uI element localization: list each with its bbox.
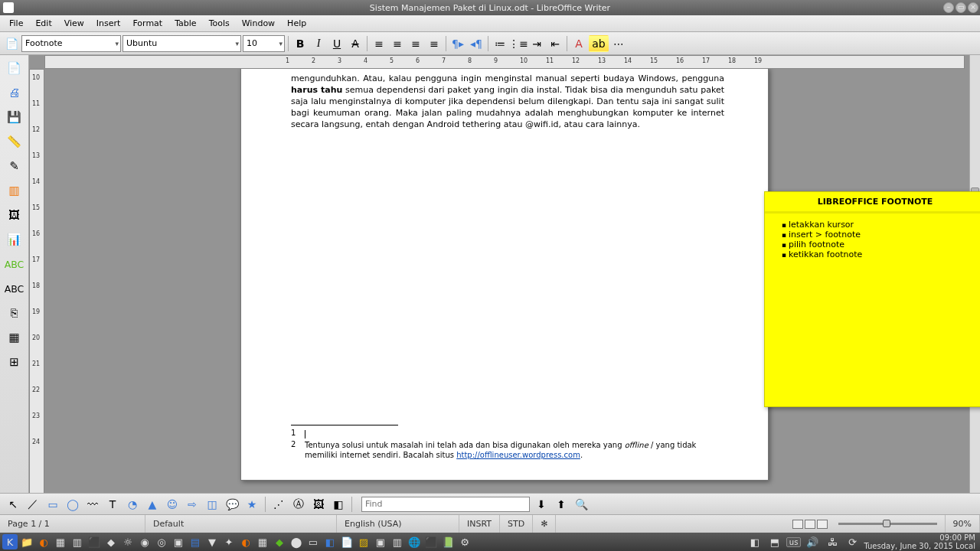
spellcheck-icon[interactable]: ABC	[5, 254, 24, 274]
status-insert[interactable]: INSRT	[459, 515, 500, 533]
task-app-icon[interactable]: 📄	[339, 534, 354, 549]
task-app-icon[interactable]: ✦	[221, 534, 237, 549]
callout-icon[interactable]: ◔	[124, 496, 141, 513]
task-desktop-icon[interactable]: ▦	[53, 534, 68, 549]
align-justify-button[interactable]: ≡	[426, 35, 443, 52]
status-style[interactable]: Default	[145, 515, 337, 533]
task-app-icon[interactable]: ▥	[390, 534, 405, 549]
more-options-button[interactable]: ⋯	[610, 35, 627, 52]
symbol-shapes-icon[interactable]: ☺	[164, 496, 181, 513]
task-app-icon[interactable]: ☼	[120, 534, 136, 549]
decrease-indent-button[interactable]: ⇤	[547, 35, 564, 52]
find-next-icon[interactable]: ⬆	[553, 496, 570, 513]
task-app-icon[interactable]: ◉	[137, 534, 152, 549]
task-pager-icon[interactable]: ▥	[70, 534, 85, 549]
start-button[interactable]: K	[2, 534, 18, 549]
menu-insert[interactable]: Insert	[90, 17, 127, 30]
sticky-note[interactable]: LIBREOFFICE FOOTNOTE letakkan kursor ins…	[764, 191, 980, 407]
align-center-button[interactable]: ≡	[389, 35, 406, 52]
window-maximize-button[interactable]: ▭	[956, 2, 966, 13]
system-clock[interactable]: 09:00 PM Tuesday, June 30, 2015 Local	[864, 533, 978, 550]
menu-table[interactable]: Table	[168, 17, 202, 30]
font-size-dropdown[interactable]: 10	[243, 35, 285, 52]
task-app-icon[interactable]: ◆	[103, 534, 119, 549]
task-terminal-icon[interactable]: ▣	[171, 534, 186, 549]
task-app-icon[interactable]: 📗	[440, 534, 456, 549]
footnote-area[interactable]: 1 2 Tentunya solusi untuk masalah ini te…	[291, 425, 724, 461]
task-filemanager-icon[interactable]: 📁	[19, 534, 34, 549]
flowchart-icon[interactable]: ◫	[204, 496, 220, 513]
task-app-icon[interactable]: ⚙	[457, 534, 472, 549]
task-app-icon[interactable]: ⬤	[289, 534, 304, 549]
numbered-list-button[interactable]: ≔	[492, 35, 508, 52]
menu-help[interactable]: Help	[281, 17, 312, 30]
find-prev-icon[interactable]: ⬇	[533, 496, 550, 513]
autospell-icon[interactable]: ABC	[5, 279, 24, 298]
rect-icon[interactable]: ▭	[44, 496, 61, 513]
menu-window[interactable]: Window	[236, 17, 281, 30]
footnote-text-2[interactable]: Tentunya solusi untuk masalah ini telah …	[305, 440, 724, 460]
window-close-button[interactable]: ×	[968, 2, 978, 13]
callouts-icon[interactable]: 💬	[224, 496, 240, 513]
gallery-icon[interactable]: 🖼	[5, 205, 24, 225]
task-app-icon[interactable]: ◧	[322, 534, 338, 549]
document-page[interactable]: mengunduhkan. Atau, kalau pengguna ingin…	[240, 69, 769, 481]
find-all-icon[interactable]: 🔍	[573, 496, 590, 513]
italic-button[interactable]: I	[310, 35, 327, 52]
font-name-dropdown[interactable]: Ubuntu	[122, 35, 241, 52]
task-app-icon[interactable]: ⬛	[423, 534, 439, 549]
underline-button[interactable]: U	[328, 35, 345, 52]
ellipse-icon[interactable]: ◯	[64, 496, 81, 513]
network-icon[interactable]: 🖧	[825, 534, 840, 549]
find-input[interactable]	[361, 497, 530, 512]
footnote-link[interactable]: http://offlineuser.wordpress.com	[456, 451, 580, 459]
basic-shapes-icon[interactable]: ▲	[144, 496, 161, 513]
freeform-icon[interactable]: 〰	[84, 496, 101, 513]
save-icon[interactable]: 💾	[5, 107, 24, 127]
snap-icon[interactable]: ⊞	[5, 352, 24, 372]
task-firefox-icon[interactable]: ◐	[36, 534, 51, 549]
menu-tools[interactable]: Tools	[203, 17, 236, 30]
paragraph-style-dropdown[interactable]: Footnote	[21, 35, 121, 52]
nav-icon[interactable]: ▥	[5, 181, 24, 201]
body-text[interactable]: mengunduhkan. Atau, kalau pengguna ingin…	[291, 73, 724, 130]
ltr-button[interactable]: ¶▸	[449, 35, 466, 52]
zoom-slider[interactable]	[831, 515, 946, 533]
task-app-icon[interactable]: ◐	[238, 534, 253, 549]
fontwork-icon[interactable]: Ⓐ	[290, 496, 307, 513]
task-sticky-icon[interactable]: ▨	[356, 534, 371, 549]
stars-icon[interactable]: ★	[243, 496, 260, 513]
status-language[interactable]: English (USA)	[337, 515, 459, 533]
grid-icon[interactable]: ▦	[5, 328, 24, 347]
menu-format[interactable]: Format	[126, 17, 168, 30]
task-app-icon[interactable]: ▤	[188, 534, 203, 549]
volume-icon[interactable]: 🔊	[805, 534, 820, 549]
zoom-value[interactable]: 90%	[946, 515, 980, 533]
line-icon[interactable]: ／	[24, 496, 41, 513]
task-app-icon[interactable]: ◆	[272, 534, 287, 549]
status-modified-icon[interactable]: ✻	[533, 515, 556, 533]
menu-edit[interactable]: Edit	[29, 17, 57, 30]
new-doc-icon[interactable]: 📄	[5, 58, 24, 78]
edit-icon[interactable]: ✎	[5, 156, 24, 176]
window-minimize-button[interactable]: –	[943, 2, 954, 13]
textbox-icon[interactable]: T	[104, 496, 121, 513]
menu-view[interactable]: View	[58, 17, 90, 30]
tray-icon[interactable]: ◧	[747, 534, 763, 549]
styles-button[interactable]: 📄	[3, 35, 20, 52]
task-app-icon[interactable]: ▼	[204, 534, 220, 549]
from-file-icon[interactable]: 🖼	[310, 496, 327, 513]
print-icon[interactable]: 🖨	[5, 83, 24, 103]
bullet-list-button[interactable]: ⋮≡	[510, 35, 527, 52]
align-left-button[interactable]: ≡	[371, 35, 387, 52]
tray-icon[interactable]: ⬒	[767, 534, 782, 549]
task-app-icon[interactable]: ▦	[255, 534, 270, 549]
vertical-ruler[interactable]: 101112131415161718192021222324	[29, 69, 44, 496]
tray-icon[interactable]: ⟳	[844, 534, 860, 549]
status-page[interactable]: Page 1 / 1	[0, 515, 145, 533]
strikethrough-button[interactable]: A	[347, 35, 364, 52]
view-layout-icons[interactable]	[789, 520, 831, 529]
horizontal-ruler[interactable]: 12345678910111213141516171819	[44, 55, 965, 69]
highlight-color-button[interactable]: ab	[589, 35, 609, 52]
task-app-icon[interactable]: ⬛	[87, 534, 102, 549]
